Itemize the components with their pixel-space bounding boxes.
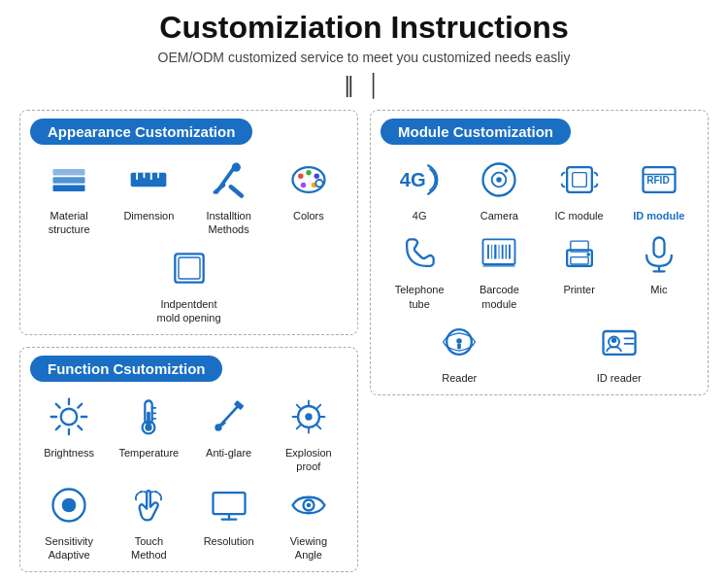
thermometer-icon (123, 392, 174, 442)
svg-point-58 (307, 502, 312, 507)
material-svg (48, 158, 90, 201)
svg-point-51 (305, 414, 312, 421)
item-idreader-label: ID reader (597, 371, 642, 385)
item-rfid: RFID ID module (624, 154, 694, 222)
brightness-svg (48, 395, 90, 438)
installation-svg (208, 158, 250, 201)
item-camera-label: Camera (480, 209, 518, 222)
svg-line-27 (56, 404, 60, 408)
svg-rect-6 (150, 173, 152, 180)
svg-rect-65 (572, 173, 586, 187)
tablet-icon (164, 243, 215, 293)
svg-point-13 (298, 174, 304, 180)
item-brightness: Brightness (34, 392, 104, 474)
idreader-icon (594, 317, 645, 367)
svg-rect-1 (53, 177, 85, 183)
page-subtitle: OEM/ODM customized service to meet you c… (19, 50, 709, 65)
appearance-section: Appearance Customization Materialstructu… (19, 110, 358, 335)
item-material: Materialstructure (34, 154, 104, 237)
item-installation: InstalltionMethods (194, 154, 264, 237)
svg-text:4G: 4G (400, 169, 426, 190)
item-reader-label: Reader (442, 371, 477, 385)
svg-line-30 (56, 426, 60, 430)
appearance-header: Appearance Customization (30, 119, 252, 145)
printer-svg (558, 232, 601, 275)
item-camera: Camera (464, 154, 534, 222)
item-printer-label: Printer (563, 283, 594, 296)
ruler-icon (123, 154, 174, 205)
svg-rect-21 (179, 257, 200, 279)
svg-line-47 (297, 405, 301, 409)
item-touch-label: TouchMethod (131, 534, 167, 562)
svg-line-50 (297, 426, 301, 429)
sensitivity-svg (48, 484, 90, 527)
mic-icon (634, 228, 684, 279)
svg-point-40 (215, 425, 221, 431)
mold-svg (168, 247, 211, 290)
printer-icon (554, 228, 605, 279)
svg-rect-64 (567, 167, 592, 192)
item-mic: Mic (624, 228, 694, 311)
item-temperature-label: Temperature (118, 446, 179, 460)
right-column: Module Customization 4G 4G (370, 110, 709, 572)
item-idreader: ID reader (584, 317, 654, 385)
item-ic-label: IC module (555, 209, 604, 222)
4g-icon: 4G (394, 154, 445, 205)
item-explosion: Explosionproof (274, 392, 344, 474)
appearance-items: Materialstructure Dimension (30, 154, 347, 324)
svg-point-19 (316, 181, 322, 187)
camera-svg (478, 158, 520, 201)
dimension-svg (127, 158, 170, 201)
svg-rect-82 (653, 238, 664, 257)
item-mic-label: Mic (650, 283, 667, 296)
svg-text:RFID: RFID (646, 175, 670, 186)
resolution-svg (208, 484, 250, 527)
sun-icon (44, 392, 94, 442)
antiglare-icon (204, 392, 254, 442)
item-mold-label: Indpentdentmold opening (156, 297, 220, 325)
item-reader: Reader (424, 317, 494, 385)
display-icon (204, 480, 254, 530)
svg-rect-5 (144, 173, 146, 179)
item-antiglare-label: Anti-glare (206, 446, 251, 460)
svg-point-34 (146, 425, 152, 431)
svg-line-28 (78, 426, 82, 430)
item-resolution: Resolution (194, 480, 264, 562)
svg-point-87 (457, 338, 463, 344)
svg-point-9 (231, 163, 240, 172)
svg-point-81 (586, 253, 590, 256)
viewing-svg (287, 484, 330, 527)
layers-icon (44, 154, 94, 205)
item-sensitivity: SensitivityAdaptive (34, 480, 104, 562)
tools-icon (204, 154, 254, 205)
svg-point-17 (301, 183, 307, 188)
item-sensitivity-label: SensitivityAdaptive (45, 534, 93, 562)
main-grid: Appearance Customization Materialstructu… (19, 110, 709, 572)
item-viewing: ViewingAngle (274, 480, 344, 562)
item-barcode: Barcodemodule (464, 228, 534, 311)
svg-rect-0 (53, 186, 85, 191)
rfid-icon: RFID (634, 154, 684, 205)
temperature-svg (127, 395, 170, 438)
item-rfid-label: ID module (633, 209, 684, 222)
divider-icon: ‖ │ (19, 73, 709, 98)
item-antiglare: Anti-glare (194, 392, 264, 474)
mic-svg (638, 232, 680, 275)
item-telephone: Telephonetube (384, 228, 454, 311)
idreader-svg (598, 321, 641, 363)
item-mold: Indpentdentmold opening (154, 243, 224, 325)
function-section: Function Csutomiztion (19, 347, 358, 572)
colors-svg (287, 158, 330, 201)
function-header: Function Csutomiztion (30, 356, 222, 382)
ic-icon (554, 154, 605, 205)
item-viewing-label: ViewingAngle (290, 534, 327, 562)
item-colors-label: Colors (293, 209, 324, 222)
svg-rect-4 (137, 173, 139, 180)
item-telephone-label: Telephonetube (395, 283, 445, 311)
svg-rect-86 (457, 344, 461, 350)
svg-rect-2 (53, 169, 85, 175)
item-ic: IC module (545, 154, 614, 222)
reader-svg (438, 321, 480, 363)
svg-point-62 (497, 177, 503, 183)
left-column: Appearance Customization Materialstructu… (19, 110, 358, 572)
